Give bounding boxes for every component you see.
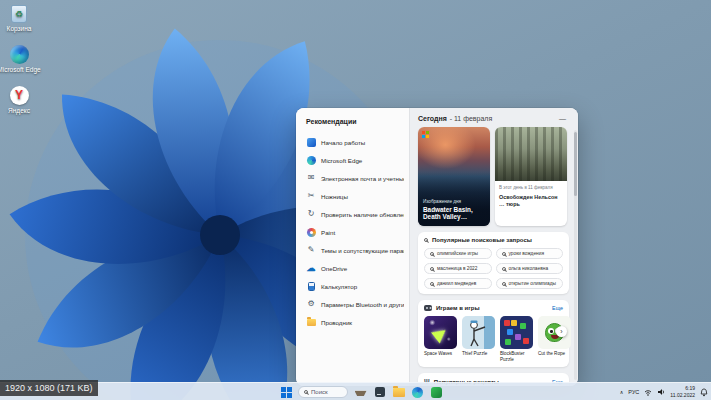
rec-item-bluetooth-settings[interactable]: ⚙ Параметры Bluetooth и другие пара… [306, 295, 404, 313]
game-tile-space-waves[interactable]: Space Waves [424, 316, 457, 362]
news-card-image-of-day[interactable]: Изображение дня Badwater Basin, Death Va… [418, 127, 490, 226]
wifi-icon[interactable] [644, 389, 652, 396]
desktop-icon-label: Microsoft Edge [0, 66, 41, 73]
rec-item-label: Ножницы [321, 193, 348, 200]
start-button[interactable] [281, 387, 292, 398]
chip-label: ольга николаевна [509, 266, 549, 271]
yandex-browser-icon: Y [10, 86, 29, 105]
news-cards: Изображение дня Badwater Basin, Death Va… [418, 127, 569, 226]
rec-item-snipping-tool[interactable]: ✂ Ножницы [306, 187, 404, 205]
space-waves-thumbnail [424, 316, 457, 349]
rec-item-themes[interactable]: ✎ Темы и сопутствующие параметры [306, 241, 404, 259]
app-icon-dark[interactable] [373, 386, 386, 399]
desktop: ♻ Корзина Microsoft Edge Y Яндекс Рекоме… [0, 0, 711, 400]
card-kicker: Изображение дня [423, 199, 486, 204]
app-icon-green[interactable] [430, 386, 443, 399]
games-more-link[interactable]: Еще [552, 305, 563, 311]
thief-puzzle-thumbnail [462, 316, 495, 349]
notification-bell-icon[interactable] [700, 388, 708, 397]
recommendations-column: Рекомендации Начало работы Microsoft Edg… [296, 108, 409, 386]
chip-label: даниил медведев [437, 281, 476, 286]
chip-label: уроки вождения [509, 251, 545, 256]
search-chip[interactable]: олимпийские игры [424, 248, 492, 259]
rec-item-mail-accounts[interactable]: ✉ Электронная почта и учетные записи [306, 169, 404, 187]
games-carousel: Space Waves [424, 316, 563, 362]
desktop-icon-yandex[interactable]: Y Яндекс [0, 86, 41, 114]
rec-item-paint[interactable]: Paint [306, 223, 404, 241]
game-tile-blockbuster-puzzle[interactable]: BlockBuster Puzzle [500, 316, 533, 362]
language-indicator[interactable]: РУС [628, 389, 639, 395]
today-feed: Сегодня - 11 февраля — Изображение дня B… [409, 108, 578, 386]
game-label: BlockBuster Puzzle [500, 351, 533, 362]
calculator-icon [306, 282, 316, 291]
tray-date: 11.02.2022 [670, 392, 695, 399]
edge-icon[interactable] [411, 386, 424, 399]
msn-logo [422, 131, 429, 138]
games-title: Играем в игры [436, 305, 480, 311]
game-controller-icon [424, 305, 432, 311]
game-tile-cut-the-rope[interactable]: Cut the Rope [538, 316, 571, 362]
taskbar-center: Поиск [281, 383, 443, 400]
card-kicker: В этот день в 11 февраля [499, 185, 563, 191]
feed-title: Сегодня [418, 115, 447, 122]
chip-label: масленица в 2022 [437, 266, 477, 271]
chip-label: олимпийские игры [437, 251, 478, 256]
chip-label: открытие олимпиады [509, 281, 556, 286]
app-icon-boat[interactable] [354, 386, 367, 399]
search-chip[interactable]: открытие олимпиады [496, 278, 564, 289]
news-card-on-this-day[interactable]: В этот день в 11 февраля Освобожден Нель… [495, 127, 567, 226]
file-explorer-icon[interactable] [392, 386, 405, 399]
search-label: Поиск [311, 389, 328, 395]
search-chip[interactable]: даниил медведев [424, 278, 492, 289]
search-icon [304, 390, 308, 394]
rec-item-label: Начало работы [321, 139, 365, 146]
carousel-next-button[interactable]: › [556, 326, 567, 337]
search-icon [430, 252, 434, 256]
feed-header: Сегодня - 11 февраля — [418, 115, 569, 122]
rec-item-edge[interactable]: Microsoft Edge [306, 151, 404, 169]
search-icon [502, 252, 506, 256]
search-icon [430, 282, 434, 286]
desktop-icon-label: Яндекс [0, 107, 41, 114]
rec-item-label: Электронная почта и учетные записи [321, 175, 404, 182]
search-chip[interactable]: ольга николаевна [496, 263, 564, 274]
search-chip[interactable]: масленица в 2022 [424, 263, 492, 274]
rec-item-label: Проверить наличие обновлений [321, 211, 404, 218]
paint-palette-icon [306, 228, 316, 237]
taskbar-clock[interactable]: 6:19 11.02.2022 [670, 385, 695, 399]
system-tray: ∧ РУС 6:19 11.02.2022 [620, 383, 708, 400]
desktop-icon-recycle-bin[interactable]: ♻ Корзина [0, 5, 41, 32]
feed-scrollbar[interactable] [574, 130, 577, 380]
rec-item-getting-started[interactable]: Начало работы [306, 133, 404, 151]
rec-item-check-updates[interactable]: ↻ Проверить наличие обновлений [306, 205, 404, 223]
edge-icon [10, 45, 29, 64]
scissors-icon: ✂ [306, 192, 316, 200]
feed-date: - 11 февраля [450, 115, 493, 122]
getting-started-icon [306, 138, 316, 147]
taskbar-search-box[interactable]: Поиск [298, 386, 348, 398]
minimize-feed-button[interactable]: — [556, 115, 569, 122]
folder-icon [306, 319, 316, 326]
rec-item-onedrive[interactable]: ☁ OneDrive [306, 259, 404, 277]
rec-item-label: Microsoft Edge [321, 157, 362, 164]
trending-title: Популярные поисковые запросы [432, 237, 532, 243]
search-chip[interactable]: уроки вождения [496, 248, 564, 259]
rec-item-file-explorer[interactable]: Проводник [306, 313, 404, 331]
pencil-icon: ✎ [306, 246, 316, 254]
rec-item-label: Параметры Bluetooth и другие пара… [321, 301, 404, 308]
games-section: Играем в игры Еще Space Waves [418, 300, 569, 367]
recycle-glyph: ♻ [15, 9, 23, 19]
rec-item-calculator[interactable]: Калькулятор [306, 277, 404, 295]
gear-icon: ⚙ [306, 300, 316, 308]
recycle-bin-icon: ♻ [11, 5, 27, 23]
rec-item-label: Проводник [321, 319, 352, 326]
tray-time: 6:19 [670, 385, 695, 392]
trending-search-icon [424, 238, 428, 242]
game-tile-thief-puzzle[interactable]: Thief Puzzle [462, 316, 495, 362]
blockbuster-puzzle-thumbnail [500, 316, 533, 349]
tray-overflow-chevron[interactable]: ∧ [620, 389, 624, 395]
trending-searches-section: Популярные поисковые запросы олимпийские… [418, 232, 569, 294]
card-title: Badwater Basin, Death Valley… [423, 206, 486, 221]
volume-icon[interactable] [657, 388, 665, 396]
desktop-icon-edge[interactable]: Microsoft Edge [0, 45, 41, 73]
